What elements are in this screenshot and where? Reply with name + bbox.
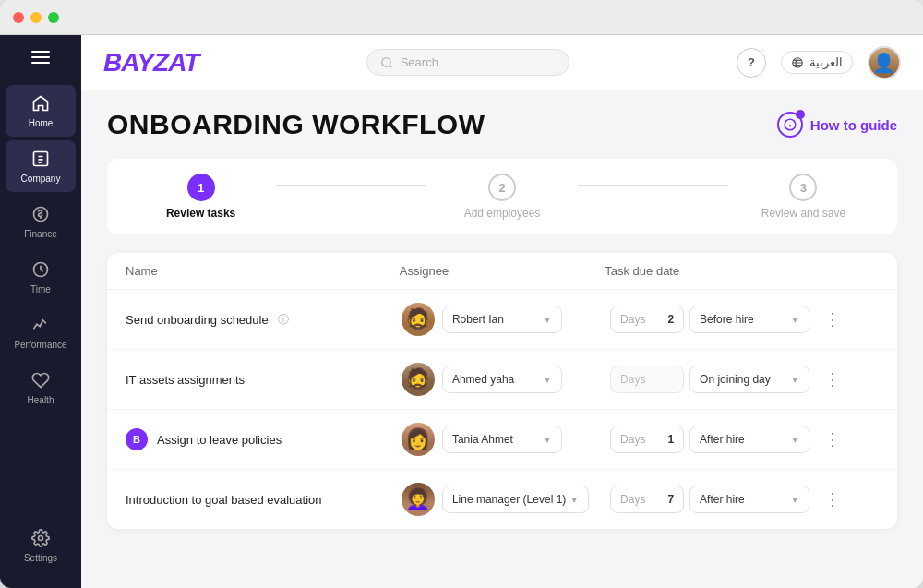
assignee-name-1: Robert Ian <box>452 313 504 326</box>
chevron-down-icon: ▼ <box>790 435 799 445</box>
task-badge-3: B <box>126 428 148 450</box>
step-connector-1 <box>276 185 426 186</box>
more-options-4[interactable]: ⋮ <box>819 486 846 513</box>
svg-point-3 <box>39 536 43 541</box>
sidebar-item-finance[interactable]: Finance <box>6 196 76 247</box>
main-content: BAYZAT Search ? <box>81 35 923 588</box>
info-icon-1[interactable]: ⓘ <box>278 312 289 328</box>
hire-dropdown-4[interactable]: After hire ▼ <box>689 486 809 513</box>
sidebar-item-settings[interactable]: Settings <box>6 520 76 571</box>
sidebar-item-performance[interactable]: Performance <box>6 306 76 358</box>
days-input-3[interactable]: Days 1 <box>610 426 684 453</box>
assignee-dropdown-4[interactable]: Line manager (Level 1) ▼ <box>442 486 589 513</box>
hire-dropdown-3[interactable]: After hire ▼ <box>689 426 809 453</box>
minimize-button[interactable] <box>30 12 42 23</box>
company-icon <box>30 148 52 170</box>
sidebar: Home Company Finance <box>0 35 81 588</box>
step-3-number: 3 <box>800 181 807 195</box>
assignee-avatar-3: 👩 <box>402 423 435 456</box>
col-assignee: Assignee <box>400 264 605 278</box>
language-button[interactable]: العربية <box>781 51 853 74</box>
language-label: العربية <box>809 55 843 69</box>
table-row: B Assign to leave policies 👩 Tania Ahmet <box>107 410 897 470</box>
how-to-guide-button[interactable]: How to guide <box>777 112 897 138</box>
sidebar-item-home[interactable]: Home <box>6 85 76 137</box>
sidebar-item-health[interactable]: Health <box>6 362 76 414</box>
step-2-number: 2 <box>498 181 505 195</box>
assignee-cell-1: 🧔 Robert Ian ▼ <box>402 303 603 336</box>
avatar[interactable]: 👤 <box>868 46 901 79</box>
how-to-icon <box>777 112 803 138</box>
due-date-cell-2: Days On joining day ▼ ⋮ <box>610 366 879 393</box>
days-value-1: 2 <box>667 313 674 326</box>
chevron-down-icon: ▼ <box>790 495 799 505</box>
days-value-3: 1 <box>667 433 674 446</box>
task-2-label: IT assets assignments <box>126 373 245 387</box>
hire-option-1: Before hire <box>700 313 754 326</box>
assignee-name-3: Tania Ahmet <box>452 433 513 446</box>
globe-icon <box>791 56 804 69</box>
chevron-down-icon: ▼ <box>790 375 799 385</box>
sidebar-item-company[interactable]: Company <box>6 140 76 192</box>
step-3[interactable]: 3 Review and save <box>728 174 879 220</box>
sidebar-item-company-label: Company <box>21 174 61 185</box>
settings-icon <box>30 527 52 549</box>
header-actions: ? العربية 👤 <box>737 46 901 79</box>
hamburger-menu[interactable] <box>0 35 81 79</box>
sidebar-item-finance-label: Finance <box>24 229 57 240</box>
assignee-name-4: Line manager (Level 1) <box>452 493 566 506</box>
days-input-4[interactable]: Days 7 <box>610 486 684 513</box>
step-1[interactable]: 1 Review tasks <box>126 174 276 220</box>
days-input-1[interactable]: Days 2 <box>610 306 684 333</box>
assignee-avatar-2: 🧔 <box>402 363 435 396</box>
step-3-circle: 3 <box>789 174 817 201</box>
sidebar-item-settings-label: Settings <box>24 553 57 564</box>
logo: BAYZAT <box>103 48 198 78</box>
help-icon: ? <box>748 55 755 69</box>
hire-dropdown-2[interactable]: On joining day ▼ <box>689 366 809 393</box>
search-placeholder: Search <box>401 55 438 69</box>
search-bar[interactable]: Search <box>366 49 569 76</box>
days-value-4: 7 <box>667 493 674 506</box>
chevron-down-icon: ▼ <box>543 315 552 325</box>
days-label-2: Days <box>620 373 645 386</box>
table-header: Name Assignee Task due date <box>107 253 897 290</box>
step-1-number: 1 <box>198 181 204 195</box>
page-header: ONBOARDING WORKFLOW How to guide <box>107 109 897 140</box>
hire-dropdown-1[interactable]: Before hire ▼ <box>689 306 809 333</box>
health-icon <box>30 369 52 391</box>
sidebar-item-health-label: Health <box>28 395 54 406</box>
assignee-dropdown-2[interactable]: Ahmed yaha ▼ <box>442 366 562 393</box>
home-icon <box>30 92 52 114</box>
sidebar-item-time[interactable]: Time <box>6 251 76 303</box>
task-3-label: Assign to leave policies <box>157 433 282 447</box>
step-1-circle: 1 <box>187 174 215 201</box>
col-due-date: Task due date <box>605 264 879 278</box>
more-options-2[interactable]: ⋮ <box>819 366 846 393</box>
more-options-1[interactable]: ⋮ <box>819 306 846 333</box>
performance-icon <box>30 314 52 336</box>
chevron-down-icon: ▼ <box>569 495 579 505</box>
assignee-dropdown-1[interactable]: Robert Ian ▼ <box>442 306 562 333</box>
close-button[interactable] <box>13 12 24 23</box>
step-connector-2 <box>578 185 728 186</box>
assignee-dropdown-3[interactable]: Tania Ahmet ▼ <box>442 426 562 453</box>
table-row: IT assets assignments 🧔 Ahmed yaha ▼ <box>107 350 897 410</box>
days-label-1: Days <box>620 313 645 326</box>
task-name-1: Send onboarding schedule ⓘ <box>126 312 394 328</box>
due-date-cell-3: Days 1 After hire ▼ ⋮ <box>610 426 879 453</box>
maximize-button[interactable] <box>48 12 59 23</box>
task-4-label: Introduction to goal based evaluation <box>126 493 322 507</box>
help-button[interactable]: ? <box>737 48 766 78</box>
assignee-avatar-1: 🧔 <box>402 303 435 336</box>
due-date-cell-4: Days 7 After hire ▼ ⋮ <box>610 486 879 513</box>
assignee-cell-2: 🧔 Ahmed yaha ▼ <box>402 363 603 396</box>
more-options-3[interactable]: ⋮ <box>819 426 846 453</box>
sidebar-item-time-label: Time <box>30 284 51 295</box>
page-title: ONBOARDING WORKFLOW <box>107 109 485 140</box>
step-2-circle: 2 <box>488 174 516 201</box>
stepper: 1 Review tasks 2 Add employees <box>107 159 897 234</box>
step-2-label: Add employees <box>464 207 541 220</box>
step-2[interactable]: 2 Add employees <box>426 174 577 220</box>
days-label-3: Days <box>620 433 645 446</box>
